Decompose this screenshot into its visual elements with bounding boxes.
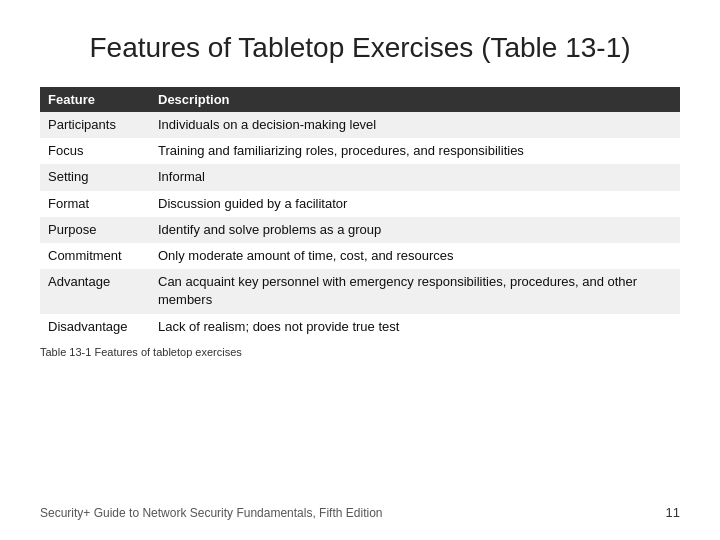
description-cell: Identify and solve problems as a group (150, 217, 680, 243)
table-row: PurposeIdentify and solve problems as a … (40, 217, 680, 243)
table-row: FocusTraining and familiarizing roles, p… (40, 138, 680, 164)
table-row: SettingInformal (40, 164, 680, 190)
feature-cell: Purpose (40, 217, 150, 243)
footer-left-text: Security+ Guide to Network Security Fund… (40, 506, 383, 520)
features-table: Feature Description ParticipantsIndividu… (40, 87, 680, 340)
table-row: FormatDiscussion guided by a facilitator (40, 191, 680, 217)
slide: Features of Tabletop Exercises (Table 13… (0, 0, 720, 540)
description-cell: Discussion guided by a facilitator (150, 191, 680, 217)
col-header-description: Description (150, 87, 680, 112)
footer: Security+ Guide to Network Security Fund… (40, 495, 680, 520)
feature-cell: Commitment (40, 243, 150, 269)
table-row: CommitmentOnly moderate amount of time, … (40, 243, 680, 269)
feature-cell: Advantage (40, 269, 150, 313)
feature-cell: Setting (40, 164, 150, 190)
table-row: ParticipantsIndividuals on a decision-ma… (40, 112, 680, 138)
table-header-row: Feature Description (40, 87, 680, 112)
table-caption: Table 13-1 Features of tabletop exercise… (40, 346, 680, 358)
table-row: DisadvantageLack of realism; does not pr… (40, 314, 680, 340)
feature-cell: Disadvantage (40, 314, 150, 340)
feature-cell: Focus (40, 138, 150, 164)
slide-title: Features of Tabletop Exercises (Table 13… (40, 30, 680, 65)
description-cell: Can acquaint key personnel with emergenc… (150, 269, 680, 313)
col-header-feature: Feature (40, 87, 150, 112)
description-cell: Lack of realism; does not provide true t… (150, 314, 680, 340)
description-cell: Informal (150, 164, 680, 190)
description-cell: Only moderate amount of time, cost, and … (150, 243, 680, 269)
table-container: Feature Description ParticipantsIndividu… (40, 87, 680, 495)
page-number: 11 (666, 505, 680, 520)
description-cell: Training and familiarizing roles, proced… (150, 138, 680, 164)
feature-cell: Participants (40, 112, 150, 138)
table-row: AdvantageCan acquaint key personnel with… (40, 269, 680, 313)
description-cell: Individuals on a decision-making level (150, 112, 680, 138)
feature-cell: Format (40, 191, 150, 217)
